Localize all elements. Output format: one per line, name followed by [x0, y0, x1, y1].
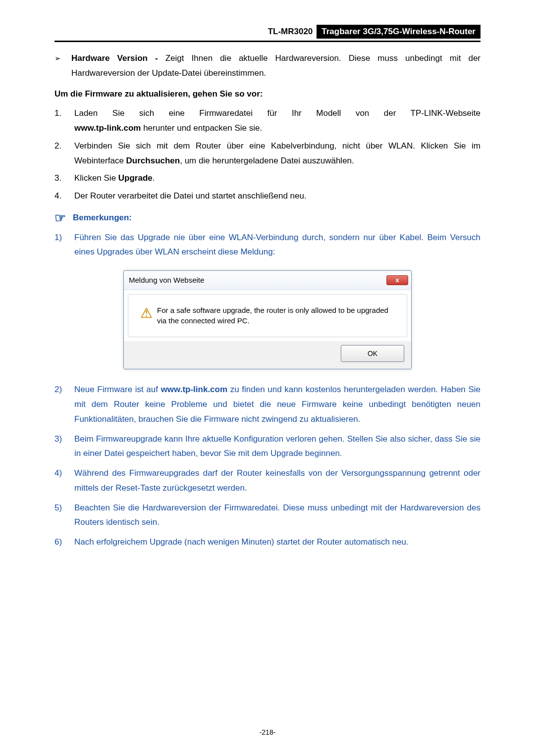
notes-list: 1) Führen Sie das Upgrade nie über eine … — [54, 230, 481, 260]
note-item: 4) Während des Firmwareupgrades darf der… — [54, 466, 481, 496]
header-model: TL-MR3020 — [268, 25, 317, 39]
notes-heading-row: ☞ Bemerkungen: — [54, 210, 481, 225]
step-number: 4. — [54, 189, 74, 203]
warning-icon: ⚠ — [140, 305, 157, 326]
hardware-version-bullet: ➢ Hardware Version - Zeigt Ihnen die akt… — [54, 51, 481, 81]
dialog-screenshot: Meldung von Webseite x ⚠ For a safe soft… — [54, 270, 481, 369]
steps-list: 1. Laden Sie sich eine Firmwaredatei für… — [54, 106, 481, 203]
note-text: Während des Firmwareupgrades darf der Ro… — [74, 466, 481, 496]
page-number: -218- — [0, 728, 535, 736]
bullet-label: Hardware Version - — [71, 53, 165, 63]
dialog-footer: OK — [124, 341, 411, 369]
note-text: Nach erfolgreichem Upgrade (nach wenigen… — [74, 535, 481, 550]
dialog-titlebar: Meldung von Webseite x — [124, 271, 411, 290]
note-item: 6) Nach erfolgreichem Upgrade (nach weni… — [54, 535, 481, 550]
step-number: 1. — [54, 106, 74, 136]
bullet-arrow-icon: ➢ — [54, 51, 71, 81]
note-item: 3) Beim Firmwareupgrade kann Ihre aktuel… — [54, 432, 481, 461]
note-number: 6) — [54, 535, 74, 550]
steps-heading: Um die Firmware zu aktualisieren, gehen … — [54, 87, 481, 101]
note-item: 1) Führen Sie das Upgrade nie über eine … — [54, 230, 481, 260]
notes-list-rest: 2) Neue Firmware ist auf www.tp-link.com… — [54, 382, 481, 550]
ok-button[interactable]: OK — [341, 345, 404, 362]
note-text: Beachten Sie die Hardwareversion der Fir… — [74, 501, 481, 530]
header-rule — [54, 41, 481, 42]
step-number: 2. — [54, 139, 74, 168]
note-number: 2) — [54, 382, 74, 426]
step-text: Laden Sie sich eine Firmwaredatei für Ih… — [74, 106, 481, 136]
step-item: 2. Verbinden Sie sich mit dem Router übe… — [54, 139, 481, 168]
header-subtitle: Tragbarer 3G/3,75G-Wireless-N-Router — [317, 25, 481, 39]
dialog-window: Meldung von Webseite x ⚠ For a safe soft… — [123, 270, 412, 369]
step-item: 1. Laden Sie sich eine Firmwaredatei für… — [54, 106, 481, 136]
note-item: 5) Beachten Sie die Hardwareversion der … — [54, 501, 481, 530]
pointing-hand-icon: ☞ — [54, 211, 66, 224]
notes-heading: Bemerkungen: — [73, 210, 132, 225]
note-text: Neue Firmware ist auf www.tp-link.com zu… — [74, 382, 481, 426]
dialog-title-text: Meldung von Webseite — [129, 274, 204, 287]
note-text: Beim Firmwareupgrade kann Ihre aktuelle … — [74, 432, 481, 461]
note-text: Führen Sie das Upgrade nie über eine WLA… — [74, 230, 481, 260]
note-item: 2) Neue Firmware ist auf www.tp-link.com… — [54, 382, 481, 426]
note-number: 1) — [54, 230, 74, 260]
dialog-message: For a safe software upgrade, the router … — [157, 305, 398, 326]
close-icon[interactable]: x — [386, 275, 408, 285]
note-number: 3) — [54, 432, 74, 461]
step-text: Klicken Sie Upgrade. — [74, 171, 481, 186]
step-item: 4. Der Router verarbeitet die Datei und … — [54, 189, 481, 203]
note-number: 4) — [54, 466, 74, 496]
step-item: 3. Klicken Sie Upgrade. — [54, 171, 481, 186]
step-text: Verbinden Sie sich mit dem Router über e… — [74, 139, 481, 168]
dialog-body: ⚠ For a safe software upgrade, the route… — [128, 294, 407, 337]
note-number: 5) — [54, 501, 74, 530]
bullet-text: Hardware Version - Zeigt Ihnen die aktue… — [71, 51, 481, 81]
step-text: Der Router verarbeitet die Datei und sta… — [74, 189, 481, 203]
page-header: TL-MR3020 Tragbarer 3G/3,75G-Wireless-N-… — [54, 25, 481, 39]
step-number: 3. — [54, 171, 74, 186]
